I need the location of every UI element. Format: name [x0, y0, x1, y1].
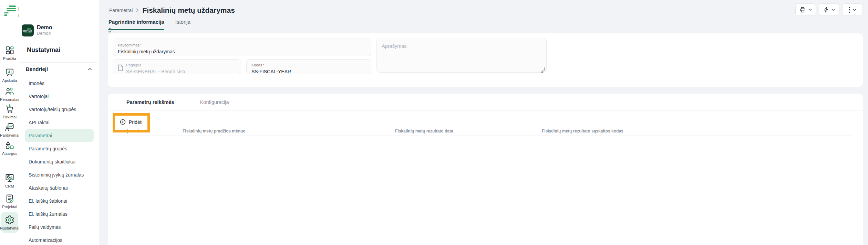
kebab-menu-icon: [849, 7, 850, 13]
sidebar-item-sisteminiu-ivykiu-zurnalas[interactable]: Sisteminių įvykių žurnalas: [19, 168, 99, 181]
breadcrumb-parent[interactable]: Parametrai: [109, 8, 133, 13]
printer-icon: [799, 7, 806, 13]
page-title: Fiskalinių metų uždarymas: [142, 6, 235, 14]
resize-handle[interactable]: [541, 67, 545, 71]
tab-pagrindine-informacija[interactable]: Pagrindinė informacija: [108, 19, 164, 30]
code-field[interactable]: Kodas*: [246, 59, 371, 74]
sales-chart-icon: [5, 122, 14, 132]
logo-bars-icon: [4, 4, 16, 18]
plus-circle-icon: [120, 119, 126, 125]
chevron-up-icon: [88, 68, 92, 71]
breadcrumb: Parametrai Fiskalinių metų uždarymas: [109, 6, 235, 14]
rail-item-projektai[interactable]: Projektai: [0, 194, 19, 209]
people-icon: [5, 86, 14, 96]
sidebar-item-failu-valdymas[interactable]: Failų valdymas: [19, 221, 99, 234]
icon-rail: RIVILE ERP Pradžia Apskaita Personalas: [0, 0, 19, 245]
name-field[interactable]: Pavadinimas*: [113, 39, 371, 56]
column-header-imone: Įmonė: [127, 129, 139, 134]
code-input[interactable]: [251, 69, 365, 74]
add-button-label: Pridėti: [129, 119, 143, 125]
tab-konfiguracija[interactable]: Konfiguracija: [200, 97, 229, 107]
shapes-icon: [5, 140, 14, 150]
rail-item-nustatymai[interactable]: Nustatymai: [1, 212, 18, 233]
more-options-button[interactable]: [842, 3, 863, 16]
chevron-down-icon: [853, 9, 856, 11]
document-check-icon: [5, 194, 14, 203]
sidebar-item-vartotoju-teisiu-grupes[interactable]: Vartotojų/teisių grupės: [19, 103, 99, 116]
tabs-divider: [108, 27, 863, 27]
lightning-icon: [823, 7, 829, 13]
sidebar-divider: [99, 0, 99, 245]
rail-item-pardavimai[interactable]: Pardavimai: [0, 122, 19, 137]
sidebar-item-dokumentu-skaitliukai[interactable]: Dokumentų skaitliukai: [19, 155, 99, 168]
breadcrumb-chevron-icon: [136, 8, 139, 12]
table-header-divider: [118, 136, 852, 136]
rail-item-personalas[interactable]: Personalas: [0, 86, 19, 102]
name-input[interactable]: [118, 49, 358, 54]
print-button[interactable]: [795, 3, 816, 16]
required-asterisk: *: [140, 43, 142, 47]
sidebar-item-automatizacijos[interactable]: Automatizacijos: [19, 234, 99, 245]
sidebar-item-el-laisku-sablonai[interactable]: El. laiškų šablonai: [19, 194, 99, 207]
workspace-selector[interactable]: RIVILE ERP demo Demo DemoX: [22, 23, 116, 37]
main-info-card: Pavadinimas* Pogrupis Kodas*: [108, 33, 863, 87]
settings-sidebar: RIVILE ERP demo Demo DemoX Nustatymai Be…: [19, 0, 99, 245]
sidebar-item-parametru-grupes[interactable]: Parametrų grupės: [19, 142, 99, 155]
column-header-fiscal-result-date: Fiskalinių metų rezultato data: [395, 129, 453, 134]
cart-icon: [5, 104, 14, 114]
tab-parametru-reiksmes[interactable]: Parametrų reikšmės: [126, 97, 174, 107]
required-asterisk: *: [263, 63, 264, 67]
tab-istorija[interactable]: Istorija: [175, 19, 190, 30]
subgroup-input[interactable]: [126, 69, 185, 74]
workspace-logo: RIVILE ERP demo: [22, 24, 34, 36]
page-toolbar: [795, 3, 863, 16]
detail-tabs-divider: [108, 110, 863, 110]
subgroup-field[interactable]: Pogrupis: [113, 59, 241, 74]
workspace-name: Demo: [37, 24, 108, 31]
sidebar-heading: Nustatymai: [27, 46, 60, 54]
sidebar-menu-list: Įmonės Vartotojai Vartotojų/teisių grupė…: [19, 77, 99, 245]
description-field[interactable]: [376, 38, 547, 73]
add-button[interactable]: Pridėti: [120, 119, 143, 125]
rail-item-crm[interactable]: CRM: [0, 173, 19, 188]
sidebar-item-api-raktai[interactable]: API raktai: [19, 116, 99, 129]
actions-button[interactable]: [819, 3, 839, 16]
rail-item-atsargos[interactable]: Atsargos: [0, 140, 19, 156]
home-grid-icon: [5, 45, 14, 55]
column-header-fiscal-result-account-code: Fiskalinių metų rezultato sąskaitos koda…: [542, 129, 623, 134]
sidebar-item-el-laisku-zurnalas[interactable]: El. laiškų žurnalas: [19, 207, 99, 221]
table-header-row: Įmonė Fiskalinių metų pradžios mėnuo Fis…: [108, 129, 863, 136]
rail-item-pradzia[interactable]: Pradžia: [0, 45, 19, 61]
crm-monitor-icon: [5, 173, 14, 183]
sidebar-section-bendrieji[interactable]: Bendrieji: [19, 62, 97, 72]
rail-item-apskaita[interactable]: Apskaita: [0, 67, 19, 83]
description-textarea[interactable]: [377, 38, 546, 72]
subgroup-field-label: Pogrupis: [126, 63, 141, 67]
code-field-label: Kodas*: [251, 63, 264, 67]
sidebar-item-parametrai[interactable]: Parametrai: [25, 129, 94, 142]
chevron-down-icon: [808, 9, 812, 11]
document-icon: [118, 64, 123, 71]
sidebar-item-vartotojai[interactable]: Vartotojai: [19, 90, 99, 103]
parameter-values-card: Parametrų reikšmės Konfiguracija Pridėti…: [108, 94, 863, 245]
workspace-company: DemoX: [37, 31, 108, 36]
sidebar-item-imones[interactable]: Įmonės: [19, 77, 99, 90]
sidebar-item-ataskaitu-sablonai[interactable]: Ataskaitų šablonai: [19, 181, 99, 194]
column-header-fiscal-start-month: Fiskalinių metų pradžios mėnuo: [183, 129, 246, 134]
page-tabs: Pagrindinė informacija Istorija: [108, 19, 190, 30]
rail-item-pirkimai[interactable]: Pirkimai: [0, 104, 19, 119]
accounting-board-icon: [5, 67, 14, 77]
detail-tabs: Parametrų reikšmės Konfiguracija: [126, 97, 229, 107]
name-field-label: Pavadinimas*: [118, 43, 142, 47]
gear-icon: [5, 215, 14, 225]
chevron-down-icon: [831, 9, 835, 11]
